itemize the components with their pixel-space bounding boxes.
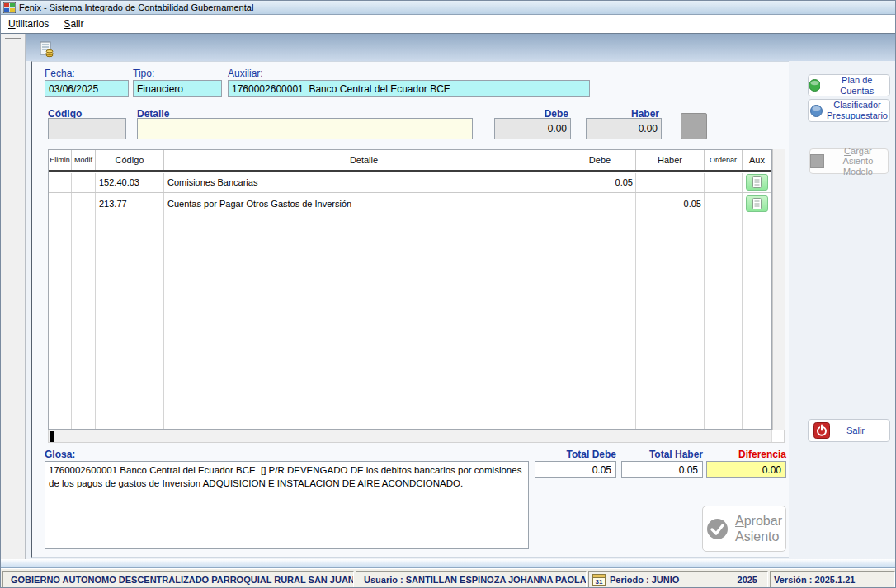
cell-modif[interactable] [72,193,96,214]
cargar-asiento-modelo-button[interactable]: Cargar AsientoModelo [809,148,889,174]
status-periodo-text: Periodo : JUNIO [610,575,679,585]
header-elimin[interactable]: Elimin [49,150,72,170]
total-haber-value: 0.05 [621,461,703,478]
cell-elimin[interactable] [49,172,72,192]
status-bar: GOBIERNO AUTONOMO DESCENTRALIZADO PARROQ… [1,568,896,588]
cell-debe [564,193,636,214]
side-panel-handle[interactable] [5,38,21,39]
cell-ordenar[interactable] [705,193,743,214]
client-bottom-edge [1,559,896,568]
cell-aux [743,172,771,192]
table-row[interactable]: 152.40.03 Comisiones Bancarias 0.05 [49,172,771,193]
cell-aux [743,193,771,214]
asiento-grid: Elimin Modif Código Detalle Debe Haber O… [48,149,772,430]
aux-button[interactable] [746,195,768,212]
cell-haber [636,172,705,192]
diferencia-label: Diferencia [706,449,786,460]
cell-haber: 0.05 [636,193,705,214]
total-haber-label: Total Haber [621,449,703,460]
debe-entry-field[interactable]: 0.00 [494,118,571,139]
header-modif[interactable]: Modif [72,150,96,170]
aux-document-icon [752,176,762,188]
app-windows-logo-icon [3,2,16,13]
entry-action-button[interactable] [681,113,707,139]
aprobar-asiento-button[interactable]: AprobarAsiento [702,506,786,552]
aux-button[interactable] [746,174,768,191]
menu-bar: Utilitarios Salir [1,15,896,34]
fecha-input[interactable] [45,80,129,97]
header-debe[interactable]: Debe [564,150,636,170]
status-periodo-year: 2025 [738,575,764,585]
tipo-input[interactable] [133,80,222,97]
cell-elimin[interactable] [49,193,72,214]
calendar-icon: 31 [592,573,606,586]
collapsed-side-panel[interactable] [1,34,26,568]
plan-de-cuentas-label: Plan de Cuentas [824,75,889,96]
clasificador-presupuestario-button[interactable]: ClasificadorPresupuestario [808,99,890,122]
grid-vertical-scrollbar[interactable] [772,149,785,430]
power-icon [813,422,830,439]
total-debe-label: Total Debe [535,449,616,460]
app-window: Fenix - Sistema Integrado de Contabilida… [0,0,896,588]
cell-detalle: Comisiones Bancarias [164,172,564,192]
header-detalle[interactable]: Detalle [164,150,564,170]
status-periodo: 31 Periodo : JUNIO 2025 [588,571,768,588]
section-divider [38,106,786,106]
tipo-label: Tipo: [133,68,154,79]
glosa-textarea[interactable]: 1760002600001 Banco Central del Ecuador … [45,461,529,549]
aprobar-asiento-label: AprobarAsiento [735,513,782,544]
green-sphere-icon [809,79,820,92]
codigo-entry-input[interactable] [48,118,126,139]
table-row[interactable]: 213.77 Cuentas por Pagar Otros Gastos de… [49,193,771,214]
svg-text:31: 31 [596,577,603,585]
cargar-asiento-modelo-label: Cargar AsientoModelo [828,146,888,177]
status-usuario: Usuario : SANTILLAN ESPINOZA JOHANNA PAO… [356,571,587,588]
header-haber[interactable]: Haber [636,150,705,170]
cell-modif[interactable] [72,172,96,192]
cell-debe: 0.05 [564,172,636,192]
status-entity: GOBIERNO AUTONOMO DESCENTRALIZADO PARROQ… [2,571,354,588]
auxiliar-input[interactable] [228,80,590,97]
menu-salir[interactable]: Salir [56,16,91,32]
salir-button-label: Salir [846,426,865,436]
status-version: Versión : 2025.1.21 [770,571,895,588]
plan-de-cuentas-button[interactable]: Plan de Cuentas [808,74,890,96]
grid-header-row: Elimin Modif Código Detalle Debe Haber O… [49,150,771,172]
cell-detalle: Cuentas por Pagar Otros Gastos de Invers… [164,193,564,214]
check-circle-icon [706,518,729,540]
haber-entry-field[interactable]: 0.00 [586,118,662,139]
fecha-label: Fecha: [45,68,75,79]
gray-square-icon [810,154,824,168]
toolbar-strip [26,34,896,61]
cell-codigo: 213.77 [96,193,164,214]
cell-codigo: 152.40.03 [96,172,164,192]
scrollbar-corner [771,430,784,442]
menu-utilitarios[interactable]: Utilitarios [1,16,56,32]
diferencia-value: 0.00 [706,461,786,478]
status-entity-text: GOBIERNO AUTONOMO DESCENTRALIZADO PARROQ… [11,575,354,585]
blue-sphere-icon [810,105,823,117]
detalle-entry-input[interactable] [137,118,473,139]
header-codigo[interactable]: Código [96,150,164,170]
status-usuario-text: Usuario : SANTILLAN ESPINOZA JOHANNA PAO… [364,575,587,585]
status-version-text: Versión : 2025.1.21 [774,575,855,585]
clasificador-presupuestario-label: ClasificadorPresupuestario [827,100,888,120]
grid-horizontal-scrollbar[interactable] [48,430,785,443]
cell-ordenar[interactable] [705,172,743,192]
total-debe-value: 0.05 [535,461,616,478]
auxiliar-label: Auxiliar: [228,68,263,79]
window-title: Fenix - Sistema Integrado de Contabilida… [19,2,253,12]
glosa-label: Glosa: [45,449,75,460]
aux-document-icon [752,198,762,209]
header-ordenar[interactable]: Ordenar [705,150,743,170]
hscroll-thumb[interactable] [50,431,54,442]
journal-entry-icon[interactable] [39,41,56,59]
salir-button[interactable]: Salir [808,419,890,442]
header-aux[interactable]: Aux [743,150,771,170]
title-bar: Fenix - Sistema Integrado de Contabilida… [1,1,896,15]
